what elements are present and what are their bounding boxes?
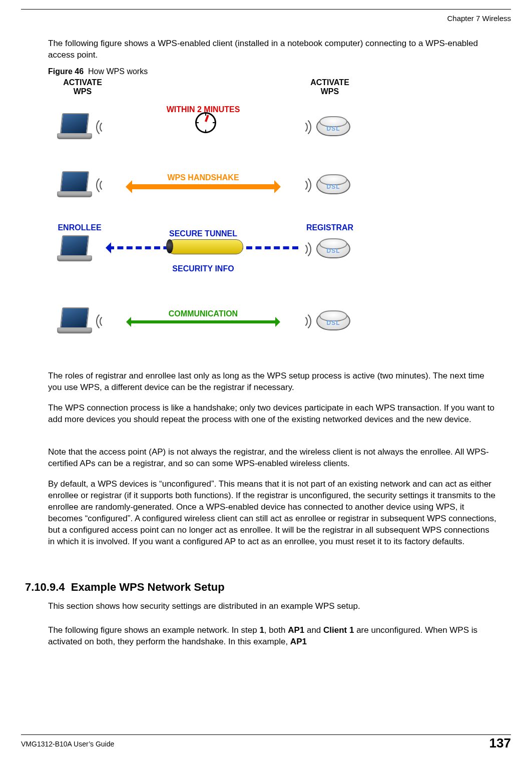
label-activate-left: ACTIVATE WPS [55, 78, 110, 96]
client1-bold: Client 1 [323, 625, 354, 635]
footer-guide: VMG1312-B10A User’s Guide [21, 740, 114, 748]
paragraph: Note that the access point (AP) is not a… [48, 447, 498, 470]
figure-diagram: ACTIVATE WPS ACTIVATE WPS WITHIN 2 MINUT… [48, 78, 364, 363]
rule-top [21, 9, 511, 10]
text: and [304, 625, 323, 635]
label-secinfo: SECURITY INFO [153, 264, 253, 273]
wifi-left-icon [100, 116, 117, 136]
laptop-icon [57, 172, 92, 197]
label-enrollee: ENROLLEE [52, 223, 107, 232]
chapter-header: Chapter 7 Wireless [447, 14, 511, 23]
label-registrar: REGISTRAR [302, 223, 357, 232]
router-icon: DSL [316, 175, 350, 194]
label-tunnel: SECURE TUNNEL [153, 229, 253, 238]
paragraph: The roles of registrar and enrollee last… [48, 370, 498, 394]
router-dsl-text: DSL [316, 183, 350, 190]
wifi-left-icon [100, 174, 117, 194]
wifi-right-icon [288, 174, 305, 194]
section-title: Example WPS Network Setup [71, 581, 225, 593]
wifi-right-icon [288, 310, 305, 330]
wifi-right-icon [288, 238, 305, 258]
laptop-icon [57, 236, 92, 261]
page-number: 137 [489, 735, 511, 751]
intro-text: The following figure shows a WPS-enabled… [48, 38, 498, 61]
ap1b-bold: AP1 [290, 637, 307, 646]
page: Chapter 7 Wireless The following figure … [0, 0, 532, 763]
router-icon: DSL [316, 311, 350, 330]
ap1-bold: AP1 [288, 625, 304, 635]
router-dsl-text: DSL [316, 319, 350, 326]
label-handshake: WPS HANDSHAKE [153, 173, 253, 182]
rule-bottom [21, 734, 511, 735]
section-heading: 7.10.9.4 Example WPS Network Setup [25, 581, 225, 594]
router-icon: DSL [316, 117, 350, 136]
figure-caption-title: How WPS works [88, 67, 148, 76]
section-number: 7.10.9.4 [25, 581, 65, 593]
paragraph: By default, a WPS devices is “unconfigur… [48, 479, 498, 548]
paragraph: This section shows how security settings… [48, 601, 498, 612]
figure-caption-label: Figure 46 [48, 67, 84, 76]
wifi-left-icon [100, 310, 117, 330]
label-comm: COMMUNICATION [153, 309, 253, 318]
router-dsl-text: DSL [316, 247, 350, 254]
tunnel-cylinder-icon [167, 239, 243, 254]
laptop-icon [57, 114, 92, 139]
step-bold: 1 [259, 625, 264, 635]
handshake-arrow [128, 184, 278, 189]
clock-icon [195, 112, 216, 133]
figure-caption: Figure 46 How WPS works [48, 67, 148, 76]
text: The following figure shows an example ne… [48, 625, 259, 635]
laptop-icon [57, 308, 92, 333]
label-activate-right: ACTIVATE WPS [302, 78, 357, 96]
communication-arrow [128, 320, 278, 323]
text: , both [264, 625, 288, 635]
router-dsl-text: DSL [316, 125, 350, 132]
wifi-right-icon [288, 116, 305, 136]
router-icon: DSL [316, 239, 350, 258]
paragraph: The following figure shows an example ne… [48, 625, 498, 648]
paragraph: The WPS connection process is like a han… [48, 403, 498, 426]
